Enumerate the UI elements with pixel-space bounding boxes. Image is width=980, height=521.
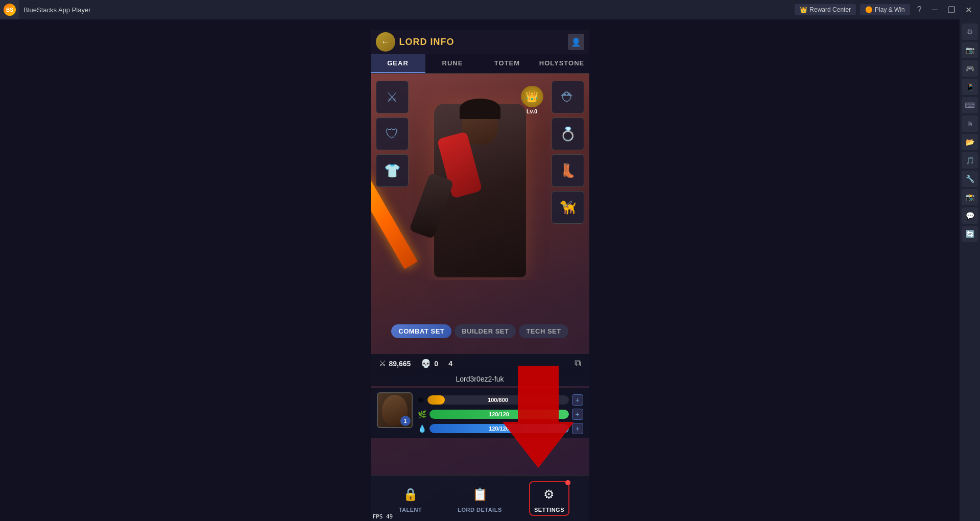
settings-box: ⚙ SETTINGS [529, 481, 569, 516]
game-header: ← LORD INFO 👤 [371, 30, 589, 54]
minimize-button[interactable]: ─ [929, 3, 941, 16]
sidebar-icon-5[interactable]: ⌨ [962, 97, 978, 113]
equip-slot-helmet[interactable]: ⛑ [552, 81, 584, 113]
equip-slot-boots[interactable]: 👢 [552, 154, 584, 187]
equip-slots-left: ⚔ 🛡 👕 [376, 81, 409, 187]
sidebar-icon-9[interactable]: 🔧 [962, 171, 978, 187]
power-stat: ⚔ 89,665 [379, 359, 411, 368]
crown-icon: 👑 [800, 6, 807, 13]
level-text: Lv.0 [527, 108, 537, 114]
equip-slot-sword[interactable]: ⚔ [376, 81, 409, 113]
play-win-button[interactable]: 🟠 Play & Win [860, 4, 910, 15]
tab-rune[interactable]: RUNE [425, 54, 480, 73]
bar-icon-2: 💧 [418, 424, 426, 433]
bars-section: ⚙ 100/800 + 🌿 120/120 + 💧 [418, 392, 583, 434]
number-stat: 4 [448, 360, 452, 368]
bar-plus-0[interactable]: + [572, 394, 583, 406]
bottom-nav: 🔒 TALENT 📋 LORD DETAILS ⚙ SETTINGS [371, 475, 589, 521]
back-button[interactable]: ← [376, 32, 395, 52]
game-window: ‹ ← LORD INFO 👤 GEAR RUNE TOTEM HOLYSTON… [371, 30, 589, 521]
sidebar-icon-3[interactable]: 🎮 [962, 60, 978, 77]
bar-label-1: 120/120 [429, 410, 569, 419]
help-button[interactable]: ? [914, 3, 925, 16]
bar-plus-2[interactable]: + [572, 423, 583, 434]
skull-icon: 💀 [421, 359, 431, 368]
char-avatar: 1 [377, 392, 413, 428]
char-arm [409, 173, 453, 239]
username-text: Lord3r0ez2-fuk [456, 375, 504, 383]
sidebar-icon-11[interactable]: 💬 [962, 207, 978, 224]
bar-label-0: 100/800 [427, 395, 569, 405]
lord-info-title: LORD INFO [399, 37, 455, 48]
bar-track-2: 120/120 [429, 424, 569, 433]
bar-plus-1[interactable]: + [572, 409, 583, 420]
sidebar-icon-8[interactable]: 🎵 [962, 152, 978, 169]
combat-set-button[interactable]: COMBAT SET [391, 324, 451, 338]
sidebar-icon-7[interactable]: 📂 [962, 134, 978, 150]
talent-icon: 🔒 [400, 484, 421, 505]
power-icon: ⚔ [379, 359, 386, 368]
username-area: Lord3r0ez2-fuk [371, 372, 589, 386]
tab-totem[interactable]: TOTEM [480, 54, 535, 73]
tab-gear[interactable]: GEAR [371, 54, 425, 73]
bar-track-0: 100/800 [427, 395, 569, 405]
tech-set-button[interactable]: TECH SET [519, 324, 568, 338]
app-logo: BS [0, 0, 19, 19]
sidebar-icon-6[interactable]: 🖱 [962, 115, 978, 132]
settings-icon: ⚙ [539, 484, 559, 505]
stats-area: ⚔ 89,665 💀 0 4 ⧉ [371, 354, 589, 373]
circle-icon: 🟠 [865, 6, 873, 13]
char-sword [371, 173, 418, 269]
title-bar: BS BlueStacks App Player 👑 Reward Center… [0, 0, 980, 19]
bar-row-0: ⚙ 100/800 + [418, 394, 583, 406]
nav-item-talent[interactable]: 🔒 TALENT [376, 484, 445, 513]
number-value: 4 [448, 360, 452, 368]
reward-center-button[interactable]: 👑 Reward Center [795, 4, 856, 15]
fps-counter: FPS 49 [373, 513, 393, 520]
avatar-level-badge: 1 [400, 416, 411, 426]
equip-slot-ring[interactable]: 💍 [552, 117, 584, 150]
title-bar-right: 👑 Reward Center 🟠 Play & Win ? ─ ❐ ✕ [795, 3, 980, 17]
nav-item-settings[interactable]: ⚙ SETTINGS [515, 481, 584, 516]
gear-sets: COMBAT SET BUILDER SET TECH SET [371, 320, 589, 342]
equip-slot-armor[interactable]: 👕 [376, 154, 409, 187]
main-content: ‹ ← LORD INFO 👤 GEAR RUNE TOTEM HOLYSTON… [0, 19, 960, 521]
tab-holystone[interactable]: HOLYSTONE [535, 54, 589, 73]
bar-row-2: 💧 120/120 + [418, 423, 583, 434]
talent-label: TALENT [399, 507, 422, 513]
sidebar-icon-4[interactable]: 📱 [962, 79, 978, 95]
equip-slot-shield[interactable]: 🛡 [376, 117, 409, 150]
bar-icon-1: 🌿 [418, 410, 426, 418]
sidebar-icon-12[interactable]: 🔄 [962, 226, 978, 242]
char-stats: 1 ⚙ 100/800 + 🌿 120/120 [371, 388, 589, 438]
nav-item-lord-details[interactable]: 📋 LORD DETAILS [445, 484, 515, 513]
character-figure [409, 88, 552, 277]
bar-icon-0: ⚙ [418, 396, 424, 404]
bar-track-1: 120/120 [429, 410, 569, 419]
char-hair [460, 99, 500, 119]
sidebar-icon-1[interactable]: ⚙ [962, 23, 978, 40]
skull-value: 0 [434, 360, 438, 368]
level-badge: 👑 Lv.0 [518, 86, 546, 114]
sidebar-icon-2[interactable]: 📷 [962, 42, 978, 58]
equip-slot-extra[interactable]: 🦮 [552, 191, 584, 224]
sidebar-icon-10[interactable]: 📸 [962, 189, 978, 205]
right-sidebar: ⚙ 📷 🎮 📱 ⌨ 🖱 📂 🎵 🔧 📸 💬 🔄 [960, 19, 980, 521]
power-value: 89,665 [389, 360, 411, 368]
tabs-area: GEAR RUNE TOTEM HOLYSTONE [371, 54, 589, 74]
char-body [434, 104, 526, 277]
builder-set-button[interactable]: BUILDER SET [455, 324, 516, 338]
close-button[interactable]: ✕ [962, 3, 975, 17]
lord-details-label: LORD DETAILS [458, 507, 501, 513]
lord-details-icon: 📋 [470, 484, 490, 505]
restore-button[interactable]: ❐ [945, 3, 958, 17]
app-title: BlueStacks App Player [23, 6, 91, 14]
bar-label-2: 120/120 [429, 424, 569, 433]
skull-stat: 💀 0 [421, 359, 438, 368]
equip-slots-right: ⛑ 💍 👢 🦮 [552, 81, 584, 224]
copy-button[interactable]: ⧉ [575, 358, 581, 369]
settings-dot [565, 480, 570, 485]
bar-row-1: 🌿 120/120 + [418, 409, 583, 420]
settings-label: SETTINGS [534, 507, 564, 513]
profile-icon[interactable]: 👤 [568, 34, 584, 50]
